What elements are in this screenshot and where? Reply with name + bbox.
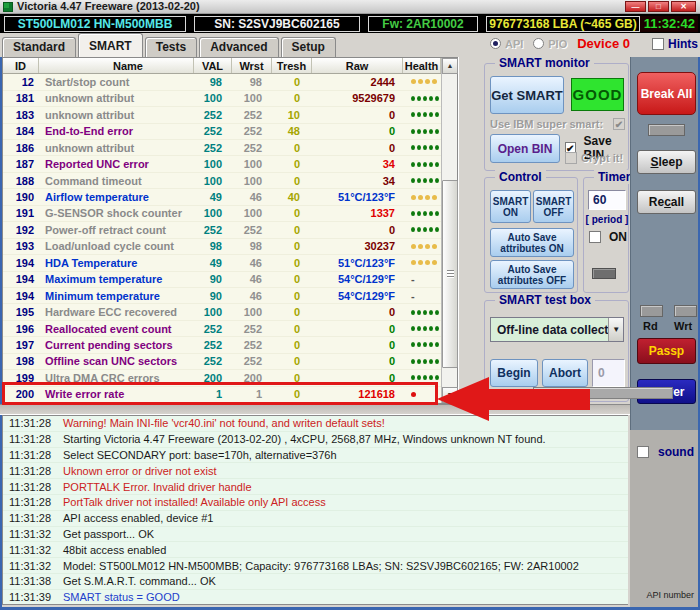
table-row-183[interactable]: 183unknown attribut252252100 (3, 107, 441, 123)
app-icon (3, 2, 13, 12)
test-counter-input[interactable]: 0 (592, 359, 625, 387)
health-dots (403, 321, 441, 336)
tab-tests[interactable]: Tests (145, 37, 197, 57)
timer-on-checkbox[interactable] (589, 231, 601, 243)
health-dots (403, 91, 441, 106)
control-panel: SMART monitor Get SMART GOOD Use IBM sup… (458, 57, 630, 404)
recall-button[interactable]: Recall (637, 190, 696, 214)
chevron-down-icon[interactable]: ▼ (608, 318, 623, 341)
table-row-188[interactable]: 188Command timeout100100034 (3, 173, 441, 189)
annotation-arrow-tail (488, 389, 590, 410)
smart-monitor-label: SMART monitor (495, 56, 594, 70)
table-row-191[interactable]: 191G-SENSOR shock counter10010001337 (3, 206, 441, 222)
highlight-box (2, 382, 438, 405)
header-val[interactable]: VAL (194, 58, 232, 73)
tab-standard[interactable]: Standard (2, 37, 76, 57)
table-row-190[interactable]: 190Airflow temperature49464051°C/123°F (3, 189, 441, 205)
table-row-193[interactable]: 193Load/unload cycle count9898030237 (3, 239, 441, 255)
table-row-187[interactable]: 187Reported UNC error100100034 (3, 156, 441, 172)
tab-bar: StandardSMARTTestsAdvancedSetup API PIO … (0, 33, 700, 57)
tab-setup[interactable]: Setup (281, 37, 336, 57)
table-row-197[interactable]: 197Current pending sectors25225200 (3, 337, 441, 353)
hints-checkbox[interactable] (652, 38, 664, 50)
header-health[interactable]: Health (403, 58, 441, 73)
header-raw[interactable]: Raw (312, 58, 403, 73)
health-dots (403, 354, 441, 369)
api-radio-label: API (505, 38, 523, 50)
maximize-button[interactable]: □ (648, 1, 669, 12)
title-bar: Victoria 4.47 Freeware (2013-02-20) — □ … (0, 0, 700, 14)
table-row-192[interactable]: 192Power-off retract count25225200 (3, 222, 441, 238)
health-dots (403, 74, 441, 89)
log-line: 11:31:28API access enabled, device #1 (3, 511, 628, 527)
table-row-194[interactable]: 194Minimum temperature9046054°C/129°F- (3, 288, 441, 304)
health-dots (403, 337, 441, 352)
victoria-window: Victoria 4.47 Freeware (2013-02-20) — □ … (0, 0, 700, 610)
close-button[interactable]: ✕ (671, 1, 696, 12)
table-row-194[interactable]: 194HDA Temperature4946051°C/123°F (3, 255, 441, 271)
open-bin-button[interactable]: Open BIN (490, 134, 560, 163)
ibm-super-smart-checkbox: ✔ (613, 118, 625, 130)
health-dots (403, 222, 441, 237)
drive-info-bar: ST500LM012 HN-M500MBB SN: S2SVJ9BC602165… (0, 14, 700, 33)
table-row-195[interactable]: 195Hardware ECC recovered10010000 (3, 304, 441, 320)
autosave-off-button[interactable]: Auto Save attributes OFF (490, 260, 574, 289)
abort-button[interactable]: Abort (542, 359, 588, 387)
sleep-button[interactable]: Sleep (637, 150, 696, 174)
table-row-184[interactable]: 184End-to-End error252252480 (3, 124, 441, 140)
tab-smart[interactable]: SMART (78, 33, 143, 57)
health-dots (403, 189, 441, 204)
device-label: Device 0 (577, 36, 630, 51)
timer-group: Timer 60 [ period ] ON (583, 177, 629, 293)
table-scrollbar[interactable]: ▲ ▼ (441, 58, 457, 403)
table-row-12[interactable]: 12Start/stop count989802444 (3, 74, 441, 90)
api-radio[interactable] (490, 38, 501, 49)
health-dots (403, 239, 441, 254)
begin-button[interactable]: Begin (490, 359, 538, 387)
header-id[interactable]: ID (3, 58, 39, 73)
test-select-value: Off-line data collect (491, 323, 608, 337)
pio-radio[interactable] (533, 38, 544, 49)
health-dots (403, 173, 441, 188)
log-area[interactable]: 11:31:28Warning! Main INI-file 'vcr40.in… (2, 415, 628, 605)
get-smart-button[interactable]: Get SMART (490, 76, 564, 114)
smart-table-header: ID Name VAL Wrst Tresh Raw Health (3, 58, 441, 74)
table-row-194[interactable]: 194Maximum temperature9046054°C/129°F- (3, 272, 441, 288)
drive-model: ST500LM012 HN-M500MBB (4, 16, 186, 32)
drive-capacity: 976773168 LBA (~465 GB) (486, 16, 640, 32)
table-row-196[interactable]: 196Reallocated event count25225200 (3, 321, 441, 337)
test-select[interactable]: Off-line data collect ▼ (490, 317, 624, 342)
sound-checkbox[interactable] (637, 446, 649, 458)
table-row-186[interactable]: 186unknown attribut25225200 (3, 140, 441, 156)
autosave-on-button[interactable]: Auto Save attributes ON (490, 228, 574, 257)
passp-button[interactable]: Passp (637, 338, 696, 364)
read-indicator (640, 305, 663, 317)
sound-label: sound (658, 445, 694, 459)
header-name[interactable]: Name (39, 58, 194, 73)
header-tresh[interactable]: Tresh (272, 58, 312, 73)
annotation-arrow-icon (437, 377, 489, 421)
health-dots (403, 156, 441, 171)
tab-advanced[interactable]: Advanced (199, 37, 278, 57)
health-dots (403, 124, 441, 139)
health-dots: - (403, 288, 441, 303)
window-title: Victoria 4.47 Freeware (2013-02-20) (17, 0, 200, 13)
smart-status-badge: GOOD (571, 78, 624, 111)
smart-on-button[interactable]: SMART ON (490, 190, 531, 223)
smart-off-button[interactable]: SMART OFF (533, 190, 574, 223)
table-row-181[interactable]: 181unknown attribut10010009529679 (3, 91, 441, 107)
ibm-super-smart-label: Use IBM super smart: (490, 118, 603, 130)
timer-period-label: [ period ] (584, 214, 630, 225)
hints-label: Hints (668, 37, 698, 51)
table-row-198[interactable]: 198Offline scan UNC sectors25225200 (3, 354, 441, 370)
log-line: 11:31:28PortTalk driver not installed! A… (3, 495, 628, 511)
drive-firmware: Fw: 2AR10002 (368, 16, 478, 32)
log-line: 11:31:28Select SECONDARY port: base=170h… (3, 448, 628, 464)
scrollbar-thumb[interactable] (442, 180, 458, 368)
write-indicator-label: Wrt (674, 320, 692, 332)
minimize-button[interactable]: — (625, 1, 646, 12)
timer-period-input[interactable]: 60 (588, 190, 626, 210)
break-all-button[interactable]: Break All (637, 72, 696, 115)
header-wrst[interactable]: Wrst (232, 58, 272, 73)
scroll-up-icon[interactable]: ▲ (442, 58, 458, 74)
